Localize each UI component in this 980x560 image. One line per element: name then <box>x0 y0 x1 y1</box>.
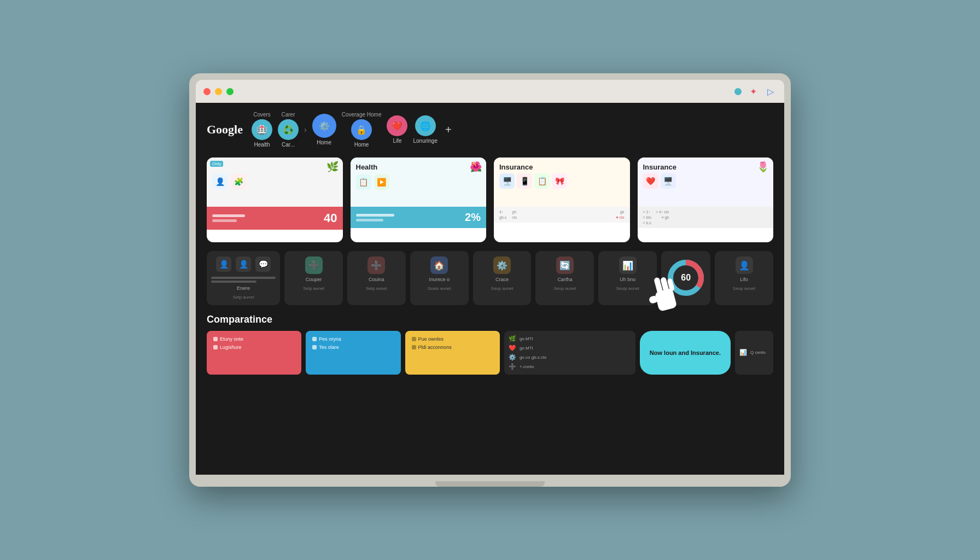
nav-coverage-icon: 🔒 <box>351 119 372 140</box>
compare-stat-text-1: go.MTI <box>520 336 533 341</box>
card-2-line-2 <box>356 219 383 221</box>
compare-red-dot-2 <box>213 345 218 349</box>
compare-extra-text: Q cento <box>750 350 766 355</box>
compare-stat-text-2: go.MTI <box>520 346 533 351</box>
icon-card-1-label: Couper <box>306 277 322 283</box>
card-3-top: Insurance 🖥️ 📱 📋 🎀 <box>494 158 630 207</box>
card-4-plant: 🌷 <box>757 161 769 173</box>
close-button[interactable] <box>203 88 211 95</box>
card-2-icons: 📋 ▶️ <box>356 174 481 190</box>
card-4-bottom: = 1↑ = blo = b.s = 4↑ cts ≡ gb <box>638 207 774 228</box>
laptop-foot <box>435 481 545 487</box>
extension-icon-1[interactable]: ✦ <box>747 85 759 97</box>
compare-col-red: Etuny onte Lugishure <box>207 331 301 375</box>
browser-window: ✦ ▷ Google Covers 🏥 Health Carer ♻️ <box>196 80 784 475</box>
card-3-stats: 4↑ gb.s gh cts <box>499 210 517 219</box>
compare-blue-item-2: Tes olare <box>312 345 394 350</box>
compare-row: Etuny onte Lugishure Pes oryna <box>207 331 773 375</box>
compare-blue-item-1: Pes oryna <box>312 336 394 342</box>
compare-extra-icon: 📊 <box>739 349 747 356</box>
icon-card-6[interactable]: 📊 Uh bno Seuip aunet <box>598 251 657 305</box>
donut-card: 60 <box>661 251 710 305</box>
icon-card-0-lines <box>211 277 276 283</box>
icon-card-2[interactable]: ➕ Couina Setp aunet <box>347 251 406 305</box>
nav-item-coverage[interactable]: Coverage Home 🔒 Home <box>342 112 382 148</box>
card-4-icon-heart: ❤️ <box>643 173 658 189</box>
nav-arrow: › <box>304 125 307 134</box>
icon-card-4-sublabel: Seup aunet <box>491 286 514 291</box>
nav-life-label: Life <box>393 138 401 144</box>
nav-item-covers[interactable]: Covers 🏥 Health <box>252 112 272 148</box>
card-1-lines <box>212 214 245 222</box>
nav-add-button[interactable]: + <box>445 124 452 136</box>
card-3: Insurance 🖥️ 📱 📋 🎀 <box>494 158 630 242</box>
icon-card-0-chat: 💬 <box>255 256 271 272</box>
icon-card-0[interactable]: 👤 👤 💬 Enere Setp aunet <box>207 251 280 305</box>
card-1-bottom: 40 <box>207 207 343 230</box>
card-2-title: Health <box>356 163 481 171</box>
compare-red-item-1: Etuny onte <box>213 336 295 342</box>
maximize-button[interactable] <box>226 88 234 95</box>
life-card-label: Lifo <box>740 277 748 283</box>
nav-logo: Google <box>207 122 243 137</box>
icon-card-6-sublabel: Seuip aunet <box>616 286 639 291</box>
card-3-icon-3: 📋 <box>534 173 550 189</box>
cards-row: Only 👤 🧩 🌿 40 <box>207 158 773 242</box>
nav-item-lonuringe[interactable]: 🌐 Lonuringe <box>413 115 437 144</box>
compare-stat-row-2: ❤️ go.MTI <box>509 345 631 352</box>
life-card[interactable]: 👤 Lifo Seup aunet <box>715 251 773 305</box>
card-3-icon-4: 🎀 <box>552 173 567 189</box>
minimize-button[interactable] <box>215 88 222 95</box>
compare-stat-row-4: ➕ +.conto <box>509 363 631 370</box>
icon-card-5-sublabel: Seup aunet <box>553 286 576 291</box>
card-2-top: Health 📋 ▶️ 🌺 <box>351 158 487 207</box>
nav-home2-label: Home <box>354 142 369 148</box>
life-card-icon: 👤 <box>736 256 753 274</box>
card-3-icons: 🖥️ 📱 📋 🎀 <box>499 173 625 189</box>
card-3-icon-2: 📱 <box>517 173 532 189</box>
icon-card-3[interactable]: 🏠 Inurece o Goals aunet <box>410 251 469 305</box>
compare-yellow-item-1: Pue ownles <box>412 336 493 342</box>
nav-home1-label: Home <box>317 139 331 145</box>
compare-yellow-item-2: Pldi acconnons <box>412 345 493 350</box>
icon-card-4-label: Crace <box>495 277 509 283</box>
compare-section: Comparatince Etuny onte Lugishure <box>207 314 773 375</box>
nav-item-carer[interactable]: Carer ♻️ Car... <box>278 112 299 148</box>
icon-card-2-label: Couina <box>369 277 384 283</box>
icon-card-0-label: Enere <box>237 285 250 292</box>
compare-blue-text-1: Pes oryna <box>319 336 341 342</box>
icon-card-5[interactable]: 🔄 Cartha Seup aunet <box>535 251 594 305</box>
card-2-bottom: 2% <box>351 207 487 228</box>
compare-blue-dot-1 <box>312 337 317 341</box>
card-2-percent: 2% <box>465 211 481 224</box>
card-4-stat-right: = 4↑ cts ≡ gb <box>656 210 669 225</box>
card-4-icon-monitor: 🖥️ <box>661 173 676 189</box>
compare-col-blue: Pes oryna Tes olare <box>306 331 400 375</box>
compare-red-item-2: Lugishure <box>213 345 295 350</box>
icon-card-6-icon: 📊 <box>619 256 637 274</box>
nav-car-label: Car... <box>282 142 295 148</box>
compare-cta-button[interactable]: Now loun and Insurance. <box>640 331 731 375</box>
icon-card-1-icon: ➕ <box>305 256 323 274</box>
compare-stat-row-1: 🌿 go.MTI <box>509 335 631 342</box>
icon-card-1[interactable]: ➕ Couper Setp aunet <box>284 251 343 305</box>
extension-icon-2[interactable]: ▷ <box>765 85 777 97</box>
card-2-icon-play: ▶️ <box>374 174 389 190</box>
card-1-icon-person: 👤 <box>212 174 228 189</box>
icon-card-3-label: Inurece o <box>429 277 450 283</box>
nav-item-life[interactable]: ❤️ Life <box>387 115 407 144</box>
compare-blue-text-2: Tes olare <box>319 345 339 350</box>
card-2-line-1 <box>356 214 394 217</box>
nav-covers-label: Covers <box>253 112 271 118</box>
icon-card-4[interactable]: ⚙️ Crace Seup aunet <box>473 251 532 305</box>
card-1-plant: 🌿 <box>326 161 339 173</box>
icon-card-5-label: Cartha <box>557 277 572 283</box>
icon-card-0-person2: 👤 <box>236 256 251 272</box>
icon-card-3-sublabel: Goals aunet <box>428 286 451 291</box>
nav-health-icon: 🏥 <box>252 119 272 140</box>
nav-life-icon: ❤️ <box>387 115 407 136</box>
card-1-icon-puzzle: 🧩 <box>231 174 246 189</box>
card-2-plant: 🌺 <box>470 161 482 173</box>
nav-nirse-label: Lonuringe <box>413 138 437 144</box>
nav-item-home-active[interactable]: ⚙️ Home <box>312 114 336 145</box>
